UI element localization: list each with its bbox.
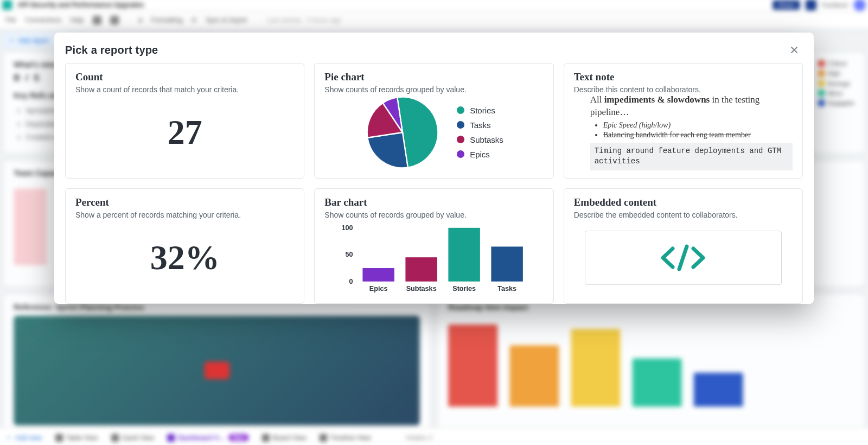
svg-text:Subtasks: Subtasks — [406, 285, 437, 293]
report-option-text-note[interactable]: Text note Describe this content to colla… — [564, 63, 803, 179]
svg-text:Epics: Epics — [369, 285, 388, 293]
report-option-pie-chart[interactable]: Pie chart Show counts of records grouped… — [314, 63, 553, 179]
card-title: Bar chart — [324, 196, 543, 208]
card-title: Count — [75, 71, 294, 83]
report-option-bar-chart[interactable]: Bar chart Show counts of records grouped… — [314, 188, 553, 304]
report-option-embedded-content[interactable]: Embedded content Describe the embedded c… — [564, 188, 803, 304]
close-icon — [790, 46, 799, 54]
svg-text:Tasks: Tasks — [498, 285, 517, 293]
card-title: Embedded content — [574, 196, 793, 208]
svg-text:50: 50 — [346, 251, 353, 258]
svg-rect-3 — [363, 268, 394, 282]
svg-text:0: 0 — [349, 277, 353, 285]
svg-rect-9 — [492, 246, 523, 281]
embedded-content-preview — [585, 231, 782, 285]
code-icon — [659, 244, 707, 271]
card-desc: Describe the embedded content to collabo… — [574, 211, 793, 219]
report-option-count[interactable]: Count Show a count of records that match… — [65, 63, 304, 179]
card-title: Percent — [75, 196, 294, 208]
pie-chart-preview — [365, 94, 441, 170]
report-option-percent[interactable]: Percent Show a percent of records matchi… — [65, 188, 304, 304]
svg-text:Stories: Stories — [453, 285, 476, 293]
card-desc: Describe this content to collaborators. — [574, 85, 793, 94]
card-desc: Show counts of records grouped by value. — [324, 211, 543, 219]
modal-title: Pick a report type — [65, 44, 158, 56]
svg-text:100: 100 — [342, 224, 353, 231]
card-title: Text note — [574, 71, 793, 83]
report-type-modal: Pick a report type Count Show a count of… — [54, 33, 814, 304]
svg-rect-7 — [449, 227, 480, 281]
percent-value: 32% — [150, 238, 220, 278]
card-desc: Show a count of records that match your … — [75, 85, 294, 94]
text-note-preview: All impediments & slowdowns in the testi… — [574, 94, 793, 170]
bar-chart-preview: 050100EpicsSubtasksStoriesTasks — [324, 223, 543, 293]
svg-rect-5 — [406, 257, 437, 281]
pie-legend: StoriesTasksSubtasksEpics — [457, 106, 503, 159]
card-desc: Show counts of records grouped by value. — [324, 85, 543, 94]
count-value: 27 — [168, 112, 202, 152]
close-button[interactable] — [787, 42, 802, 58]
card-title: Pie chart — [324, 71, 543, 83]
card-desc: Show a percent of records matching your … — [75, 211, 294, 219]
